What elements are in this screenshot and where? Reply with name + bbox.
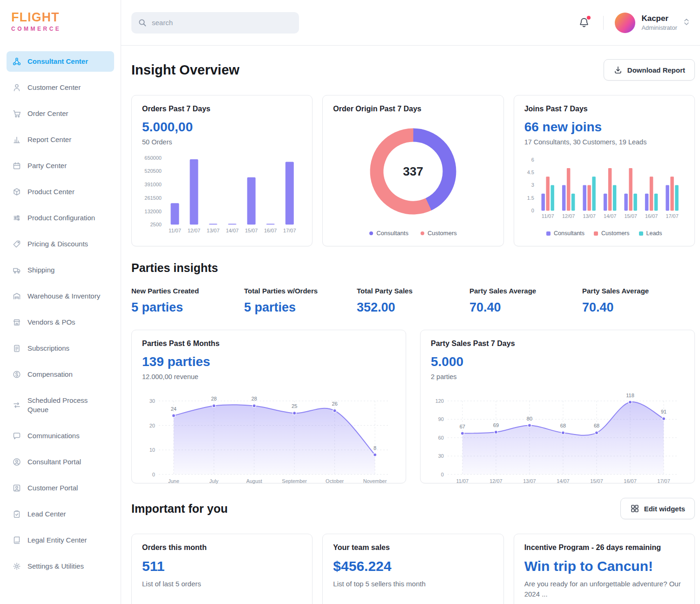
sidebar-item-subscriptions[interactable]: Subscriptions [7, 338, 114, 359]
party-sales-area-chart: 030609012011/0712/0713/0714/0715/0716/07… [431, 387, 684, 486]
sidebar-item-product-configuration[interactable]: Product Configuration [7, 208, 114, 228]
sidebar-item-legal-entity-center[interactable]: Legal Entity Center [7, 530, 114, 550]
topbar-right: Kacper Administrator [576, 13, 690, 33]
svg-text:17/07: 17/07 [283, 228, 296, 233]
svg-text:8: 8 [374, 445, 376, 451]
legend-label: Leads [646, 230, 662, 237]
sidebar-item-communications[interactable]: Communications [7, 426, 114, 446]
svg-text:391000: 391000 [144, 182, 162, 187]
svg-text:0: 0 [441, 472, 444, 477]
svg-text:12/07: 12/07 [489, 478, 502, 484]
svg-text:118: 118 [626, 393, 634, 398]
stat-value: 5 parties [131, 300, 244, 315]
price-tag-icon [12, 239, 21, 249]
storefront-icon [12, 318, 21, 327]
sidebar-item-consultant-center[interactable]: Consultant Center [7, 51, 114, 72]
sidebar-item-label: Product Center [27, 187, 75, 197]
party-sales-past-7-days-card: Party Sales Past 7 Days 5.000 2 parties … [420, 330, 695, 483]
legend-item-consultants: Consultants [546, 230, 584, 237]
search-box[interactable] [131, 12, 299, 34]
sidebar-item-compensation[interactable]: Compensation [7, 364, 114, 385]
sidebar-item-customer-portal[interactable]: Customer Portal [7, 478, 114, 498]
svg-text:26: 26 [332, 401, 338, 407]
svg-text:28: 28 [251, 396, 257, 401]
sidebar-item-label: Legal Entity Center [27, 536, 87, 545]
svg-text:10: 10 [150, 447, 155, 453]
svg-text:91: 91 [661, 409, 666, 414]
sliders-icon [12, 213, 21, 223]
profile-menu[interactable]: Kacper Administrator [615, 13, 690, 33]
svg-text:69: 69 [493, 422, 499, 428]
main-column: Kacper Administrator Insight Overview Do… [121, 0, 700, 604]
svg-text:15/07: 15/07 [624, 213, 637, 219]
orders-bar-chart: 250013200026150039100052050065000011/071… [142, 151, 302, 237]
sidebar-item-pricing-discounts[interactable]: Pricing & Discounts [7, 234, 114, 254]
topbar: Kacper Administrator [121, 0, 700, 46]
sidebar-item-party-center[interactable]: Party Center [7, 156, 114, 176]
card-title: Joins Past 7 Days [524, 105, 684, 113]
stat-value: 5 parties [244, 300, 357, 315]
sidebar-item-product-center[interactable]: Product Center [7, 182, 114, 202]
sidebar-item-settings-utilities[interactable]: Settings & Utilities [7, 556, 114, 577]
sidebar-item-customer-center[interactable]: Customer Center [7, 77, 114, 98]
edit-widgets-button[interactable]: Edit widgets [620, 498, 695, 519]
svg-text:60: 60 [438, 435, 444, 441]
svg-text:17/07: 17/07 [666, 213, 678, 219]
sidebar-item-lead-center[interactable]: Lead Center [7, 504, 114, 524]
svg-text:11/07: 11/07 [169, 228, 181, 233]
svg-text:68: 68 [560, 423, 566, 428]
sidebar-item-label: Party Center [27, 161, 67, 170]
stat-party-sales-average-1: Party Sales Average 70.40 [469, 287, 582, 315]
legend-label: Consultants [554, 230, 584, 237]
card-title: Your team sales [333, 543, 493, 552]
sidebar-item-consultant-portal[interactable]: Consultant Portal [7, 452, 114, 472]
sidebar-item-order-center[interactable]: Order Center [7, 103, 114, 124]
sidebar-item-scheduled-process-queue[interactable]: Scheduled Process Queue [7, 390, 114, 420]
card-value: $456.224 [333, 558, 493, 574]
card-title: Party Sales Past 7 Days [431, 339, 684, 348]
page-title: Insight Overview [131, 62, 239, 78]
sidebar-item-label: Settings & Utilities [27, 562, 84, 571]
notifications-button[interactable] [576, 15, 592, 31]
page-head: Insight Overview Download Report [131, 59, 695, 81]
sidebar-item-label: Order Center [27, 109, 68, 118]
sidebar-item-label: Communications [27, 431, 80, 441]
sidebar-item-vendors-pos[interactable]: Vendors & POs [7, 312, 114, 333]
sidebar-item-label: Customer Center [27, 83, 81, 92]
legend-square-purple [546, 231, 550, 236]
svg-text:October: October [326, 478, 344, 484]
sidebar-item-label: Product Configuration [27, 213, 95, 223]
svg-text:16/07: 16/07 [645, 213, 658, 219]
parties-insights-title: Parties insights [131, 261, 695, 275]
sidebar-item-label: Compensation [27, 370, 73, 379]
cart-icon [12, 109, 21, 118]
sidebar-item-report-center[interactable]: Report Center [7, 129, 114, 150]
user-name: Kacper [641, 14, 677, 23]
sidebar-item-warehouse-inventory[interactable]: Warehouse & Inventory [7, 286, 114, 306]
book-icon [12, 536, 21, 545]
parties-charts-row: Parties Past 6 Months 139 parties 12.000… [131, 330, 695, 483]
legend-label: Customers [428, 230, 457, 237]
sidebar-menu: Consultant Center Customer Center Order … [0, 46, 121, 588]
svg-text:12/07: 12/07 [562, 213, 575, 219]
legend-square-teal [639, 231, 643, 236]
joins-grouped-bar-chart: 01.534.5611/0712/0713/0714/0715/0716/071… [524, 151, 684, 225]
search-input[interactable] [152, 19, 292, 27]
important-for-you-title: Important for you [131, 502, 228, 516]
svg-text:16/07: 16/07 [264, 228, 277, 233]
card-subtitle: 12.000,00 revenue [142, 373, 395, 380]
card-subtitle: 17 Consultants, 30 Customers, 19 Leads [524, 138, 684, 146]
svg-text:30: 30 [150, 398, 155, 404]
parties-past-6-months-card: Parties Past 6 Months 139 parties 12.000… [131, 330, 406, 483]
legend-label: Customers [601, 230, 629, 237]
parties-area-chart: 0102030JuneJulyAugustSeptemberOctoberNov… [142, 387, 395, 486]
card-value: 511 [142, 558, 302, 574]
stat-value: 70.40 [469, 300, 582, 315]
svg-text:16/07: 16/07 [624, 478, 636, 484]
download-report-button[interactable]: Download Report [604, 59, 695, 81]
card-title: Parties Past 6 Months [142, 339, 395, 348]
joins-legend: Consultants Customers Leads [524, 230, 684, 237]
svg-text:261500: 261500 [144, 195, 162, 201]
sidebar-item-shipping[interactable]: Shipping [7, 260, 114, 280]
stat-total-parties-orders: Total Parties w/Orders 5 parties [244, 287, 357, 315]
